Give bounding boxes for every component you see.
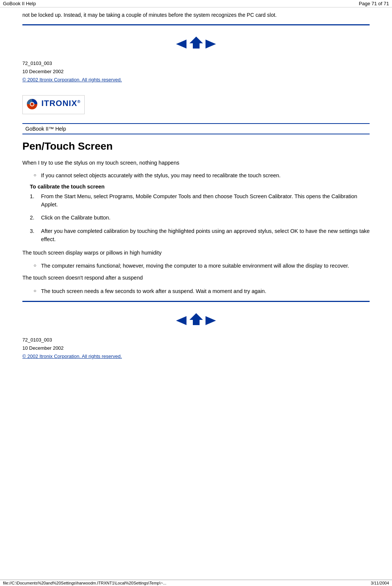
logo-container: ITRONIX® [22, 90, 370, 119]
meta-date-bottom: 10 December 2002 [22, 344, 370, 352]
bullet-item-2-1: The computer remains functional; however… [34, 262, 370, 270]
date-info: 3/11/2004 [371, 581, 389, 585]
meta-info-top: 72_0103_003 10 December 2002 © 2002 Itro… [22, 59, 370, 84]
question-1: When I try to use the stylus on my touch… [22, 159, 370, 167]
copyright-link-top[interactable]: © 2002 Itronix Corporation. All rights r… [22, 77, 122, 82]
next-button[interactable] [206, 40, 216, 50]
title-bar: GoBook II Help Page 71 of 71 [0, 0, 392, 7]
status-bar: file://C:\Documents%20and%20Settings\har… [0, 580, 392, 586]
meta-code-top: 72_0103_003 [22, 59, 370, 68]
nav-buttons-bottom [22, 307, 370, 332]
meta-copyright-bottom: © 2002 Itronix Corporation. All rights r… [22, 352, 370, 361]
meta-code-bottom: 72_0103_003 [22, 336, 370, 344]
bullet-item-3-1: The touch screen needs a few seconds to … [34, 287, 370, 296]
bold-label-calibrate: To calibrate the touch screen [30, 184, 370, 190]
main-content: not be locked up. Instead, it may be tak… [0, 7, 392, 364]
meta-date-top: 10 December 2002 [22, 68, 370, 76]
intro-text: not be locked up. Instead, it may be tak… [22, 11, 370, 19]
svg-marker-7 [189, 313, 203, 325]
svg-point-5 [31, 103, 34, 106]
numbered-item-2: 2. Click on the Calibrate button. [22, 214, 370, 222]
home-button[interactable] [189, 37, 203, 50]
svg-marker-8 [206, 316, 216, 325]
file-path: file://C:\Documents%20and%20Settings\har… [3, 581, 166, 585]
top-divider [22, 24, 370, 25]
svg-marker-2 [206, 40, 216, 49]
nav-buttons-top [22, 31, 370, 56]
question-3: The touch screen doesn't respond after a… [22, 274, 370, 282]
bullet-item-1-1: If you cannot select objects accurately … [34, 172, 370, 180]
svg-marker-6 [176, 316, 186, 325]
copyright-link-bottom[interactable]: © 2002 Itronix Corporation. All rights r… [22, 353, 122, 359]
gobook-header: GoBook II™ Help [22, 123, 370, 134]
numbered-item-1: 1. From the Start Menu, select Programs,… [22, 193, 370, 209]
svg-marker-0 [176, 40, 186, 49]
meta-copyright-top: © 2002 Itronix Corporation. All rights r… [22, 76, 370, 84]
logo-box: ITRONIX® [22, 95, 85, 114]
logo-text: ITRONIX® [41, 99, 81, 108]
question-2: The touch screen display warps or pillow… [22, 249, 370, 257]
numbered-list-1: 1. From the Start Menu, select Programs,… [22, 193, 370, 244]
meta-info-bottom: 72_0103_003 10 December 2002 © 2002 Itro… [22, 336, 370, 361]
page-info: Page 71 of 71 [359, 1, 389, 6]
next-button-bottom[interactable] [206, 316, 216, 326]
numbered-item-3: 3. After you have completed calibration … [22, 227, 370, 244]
app-title: GoBook II Help [3, 1, 36, 6]
svg-marker-1 [189, 37, 203, 49]
logo-icon [26, 99, 38, 111]
bottom-section-divider [22, 301, 370, 302]
bullet-list-3: The touch screen needs a few seconds to … [34, 287, 370, 296]
bullet-list-1: If you cannot select objects accurately … [34, 172, 370, 180]
home-button-bottom[interactable] [189, 313, 203, 326]
prev-button[interactable] [176, 40, 186, 50]
prev-button-bottom[interactable] [176, 316, 186, 326]
section-heading: Pen/Touch Screen [22, 140, 370, 152]
bullet-list-2: The computer remains functional; however… [34, 262, 370, 270]
